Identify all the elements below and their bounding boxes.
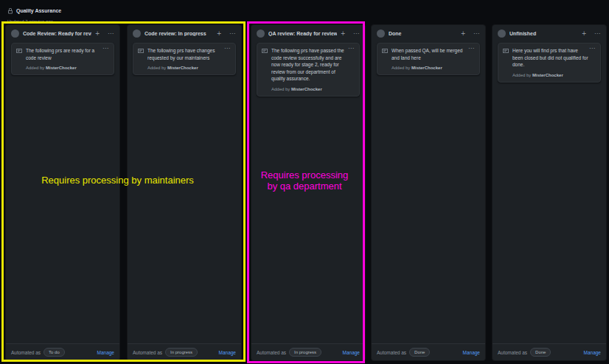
project-card[interactable]: ⋯ The following prs are ready for a code… — [11, 43, 114, 75]
card-meta: Added by MisterChocker — [138, 66, 231, 70]
column-unfinished: Unfinished + ⋯ ⋯ Here you will find prs … — [492, 24, 607, 361]
note-icon — [262, 48, 268, 54]
card-menu-icon[interactable]: ⋯ — [589, 45, 596, 52]
card-count-badge — [257, 29, 265, 38]
column-title: Code Review: Ready for review — [23, 31, 91, 36]
column-qa-review-ready: QA review: Ready for review + ⋯ ⋯ The fo… — [251, 24, 366, 361]
column-header: Done + ⋯ — [372, 25, 485, 41]
card-text: The following prs are ready for a code r… — [16, 47, 109, 61]
column-done: Done + ⋯ ⋯ When passed QA, will be merge… — [371, 24, 486, 361]
card-text: Here you will find prs that have been cl… — [503, 47, 596, 69]
column-footer: Automated as In progress Manage — [128, 343, 241, 360]
automation-preset-badge: Done — [530, 348, 551, 357]
column-menu-icon[interactable]: ⋯ — [353, 32, 360, 36]
column-footer: Automated as To do Manage — [6, 343, 119, 360]
card-author: MisterChocker — [532, 73, 563, 77]
card-text: The following prs have changes requested… — [138, 47, 231, 61]
note-icon — [138, 48, 144, 54]
page-title: Quality Assurance — [16, 8, 61, 13]
column-footer: Automated as In progress Manage — [251, 343, 365, 360]
manage-link[interactable]: Manage — [343, 350, 361, 355]
add-card-icon[interactable]: + — [582, 31, 586, 37]
card-count-badge — [498, 29, 506, 38]
card-author: MisterChocker — [291, 87, 322, 91]
card-count-badge — [11, 29, 19, 38]
added-by-label: Added by — [26, 66, 44, 70]
manage-link[interactable]: Manage — [97, 350, 115, 355]
add-card-icon[interactable]: + — [95, 31, 100, 37]
note-icon — [503, 48, 509, 54]
card-meta: Added by MisterChocker — [262, 87, 355, 91]
column-header: QA review: Ready for review + ⋯ — [251, 25, 365, 41]
card-meta: Added by MisterChocker — [503, 73, 596, 77]
column-title: Unfinished — [509, 31, 578, 36]
updated-timestamp: Updated 2 minutes ago — [7, 19, 61, 24]
manage-link[interactable]: Manage — [584, 350, 602, 355]
card-menu-icon[interactable]: ⋯ — [224, 45, 231, 52]
project-card[interactable]: ⋯ Here you will find prs that have been … — [498, 43, 601, 83]
column-title: QA review: Ready for review — [268, 31, 337, 36]
lock-icon — [7, 4, 13, 17]
column-header: Code Review: Ready for review + ⋯ — [6, 25, 119, 41]
card-author: MisterChocker — [411, 66, 442, 70]
card-text: When passed QA, will be merged and land … — [382, 47, 475, 61]
card-count-badge — [377, 29, 385, 38]
card-menu-icon[interactable]: ⋯ — [468, 45, 475, 52]
automation-preset-badge: In progress — [165, 348, 198, 357]
project-header: Quality Assurance Updated 2 minutes ago — [7, 4, 61, 24]
card-text: The following prs have passed the code r… — [262, 47, 355, 83]
card-meta: Added by MisterChocker — [382, 66, 475, 70]
automated-as-label: Automated as — [133, 350, 162, 355]
automated-as-label: Automated as — [498, 350, 527, 355]
project-card[interactable]: ⋯ The following prs have changes request… — [133, 43, 236, 75]
added-by-label: Added by — [392, 66, 410, 70]
added-by-label: Added by — [147, 66, 166, 70]
added-by-label: Added by — [512, 73, 531, 77]
note-icon — [16, 48, 22, 54]
column-footer: Automated as Done Manage — [493, 343, 606, 360]
manage-link[interactable]: Manage — [219, 350, 237, 355]
column-body — [493, 83, 606, 344]
column-body — [251, 97, 365, 344]
column-header: Code review: In progress + ⋯ — [128, 25, 241, 41]
automation-preset-badge: To do — [44, 348, 65, 357]
manage-link[interactable]: Manage — [463, 350, 481, 355]
card-author: MisterChocker — [46, 66, 77, 70]
card-author: MisterChocker — [167, 66, 198, 70]
card-menu-icon[interactable]: ⋯ — [102, 45, 109, 52]
column-footer: Automated as Done Manage — [372, 343, 485, 360]
add-card-icon[interactable]: + — [461, 31, 465, 37]
added-by-label: Added by — [271, 87, 290, 91]
column-body — [6, 75, 119, 343]
column-body — [128, 75, 241, 343]
column-menu-icon[interactable]: ⋯ — [108, 32, 114, 36]
column-menu-icon[interactable]: ⋯ — [229, 32, 236, 36]
column-title: Code review: In progress — [145, 31, 213, 36]
automation-preset-badge: Done — [409, 348, 430, 357]
note-icon — [382, 48, 388, 54]
automated-as-label: Automated as — [11, 350, 41, 355]
column-code-review-ready: Code Review: Ready for review + ⋯ ⋯ The … — [5, 24, 120, 361]
add-card-icon[interactable]: + — [341, 31, 345, 37]
card-meta: Added by MisterChocker — [16, 66, 109, 70]
column-title: Done — [389, 31, 457, 36]
column-body — [372, 75, 485, 343]
card-count-badge — [133, 29, 141, 38]
add-card-icon[interactable]: + — [217, 31, 221, 37]
column-menu-icon[interactable]: ⋯ — [594, 32, 601, 36]
column-code-review-in-progress: Code review: In progress + ⋯ ⋯ The follo… — [127, 24, 242, 361]
column-menu-icon[interactable]: ⋯ — [473, 32, 480, 36]
automated-as-label: Automated as — [257, 350, 286, 355]
card-menu-icon[interactable]: ⋯ — [348, 45, 355, 52]
project-card[interactable]: ⋯ The following prs have passed the code… — [257, 43, 360, 97]
automated-as-label: Automated as — [377, 350, 406, 355]
column-header: Unfinished + ⋯ — [493, 25, 606, 41]
project-card[interactable]: ⋯ When passed QA, will be merged and lan… — [377, 43, 480, 75]
automation-preset-badge: In progress — [289, 348, 321, 357]
